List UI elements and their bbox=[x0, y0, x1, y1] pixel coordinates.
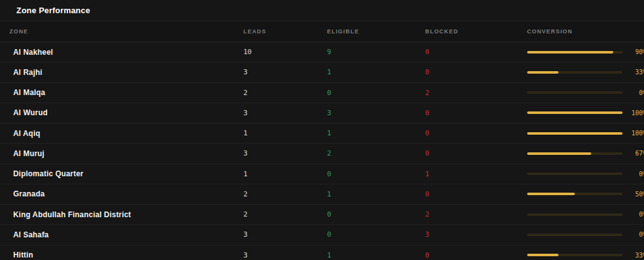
eligible-value: 9 bbox=[327, 48, 425, 56]
eligible-value: 3 bbox=[327, 109, 425, 117]
blocked-value: 2 bbox=[425, 210, 527, 218]
conversion-bar-track bbox=[527, 91, 623, 94]
blocked-value: 0 bbox=[425, 251, 527, 259]
table-row: Al Rajhi 3 1 0 33% bbox=[0, 62, 644, 82]
conversion-percent-label: 33% bbox=[626, 252, 644, 259]
conversion-cell: 100% bbox=[527, 110, 644, 116]
leads-value: 3 bbox=[243, 251, 327, 259]
conversion-bar-track bbox=[527, 51, 623, 54]
leads-value: 2 bbox=[243, 190, 327, 198]
conversion-percent-label: 100% bbox=[626, 110, 644, 116]
conversion-percent-label: 0% bbox=[626, 171, 644, 178]
table-row: Granada 2 1 0 50% bbox=[0, 184, 644, 205]
blocked-value: 2 bbox=[425, 89, 527, 97]
conversion-cell: 0% bbox=[527, 89, 644, 96]
blocked-value: 0 bbox=[425, 129, 527, 137]
conversion-cell: 67% bbox=[527, 150, 644, 157]
conversion-bar-track bbox=[527, 193, 623, 195]
blocked-value: 0 bbox=[425, 68, 527, 76]
conversion-percent-label: 67% bbox=[626, 150, 644, 157]
zone-name: Al Nakheel bbox=[0, 48, 243, 57]
table-row: Al Sahafa 3 0 3 0% bbox=[0, 225, 644, 245]
table-row: Hittin 3 1 0 33% bbox=[0, 246, 644, 260]
eligible-value: 0 bbox=[327, 89, 425, 97]
conversion-bar-fill bbox=[527, 152, 591, 155]
column-header-eligible: ELIGIBLE bbox=[327, 28, 425, 35]
conversion-bar-track bbox=[527, 132, 623, 135]
card-title: Zone Performance bbox=[0, 0, 644, 21]
blocked-value: 0 bbox=[425, 109, 527, 117]
zone-name: Al Malqa bbox=[0, 88, 243, 97]
zone-performance-card: Zone Performance ZONE LEADS ELIGIBLE BLO… bbox=[0, 0, 644, 260]
blocked-value: 0 bbox=[425, 48, 527, 56]
conversion-bar-track bbox=[527, 71, 623, 74]
conversion-bar-fill bbox=[527, 132, 623, 135]
blocked-value: 0 bbox=[425, 190, 527, 198]
leads-value: 3 bbox=[243, 68, 327, 76]
conversion-bar-fill bbox=[527, 111, 623, 114]
conversion-cell: 33% bbox=[527, 252, 644, 259]
conversion-percent-label: 50% bbox=[626, 191, 644, 198]
conversion-percent-label: 0% bbox=[626, 211, 644, 218]
eligible-value: 0 bbox=[327, 170, 425, 178]
table-row: Al Wurud 3 3 0 100% bbox=[0, 103, 644, 123]
conversion-bar-fill bbox=[527, 51, 613, 54]
conversion-bar-fill bbox=[527, 193, 575, 195]
conversion-cell: 0% bbox=[527, 231, 644, 238]
zone-name: Diplomatic Quarter bbox=[0, 169, 243, 178]
leads-value: 1 bbox=[243, 170, 327, 178]
eligible-value: 0 bbox=[327, 230, 425, 239]
table-header-row: ZONE LEADS ELIGIBLE BLOCKED CONVERSION bbox=[0, 21, 644, 42]
leads-value: 2 bbox=[243, 89, 327, 97]
leads-value: 10 bbox=[243, 48, 327, 56]
conversion-percent-label: 0% bbox=[626, 231, 644, 238]
column-header-conversion: CONVERSION bbox=[527, 28, 644, 35]
leads-value: 3 bbox=[243, 230, 327, 239]
table-body: Al Nakheel 10 9 0 90% Al Rajhi 3 1 0 33%… bbox=[0, 42, 644, 260]
conversion-cell: 33% bbox=[527, 69, 644, 76]
zone-name: Al Aqiq bbox=[0, 129, 243, 138]
conversion-bar-track bbox=[527, 111, 623, 114]
eligible-value: 1 bbox=[327, 251, 425, 259]
conversion-bar-track bbox=[527, 213, 623, 216]
conversion-cell: 50% bbox=[527, 191, 644, 198]
table-row: Al Muruj 3 2 0 67% bbox=[0, 144, 644, 164]
table-row: Al Aqiq 1 1 0 100% bbox=[0, 123, 644, 144]
conversion-bar-fill bbox=[527, 71, 558, 74]
leads-value: 2 bbox=[243, 210, 327, 218]
table-row: Diplomatic Quarter 1 0 1 0% bbox=[0, 164, 644, 184]
conversion-bar-fill bbox=[527, 254, 558, 256]
column-header-zone: ZONE bbox=[0, 28, 243, 35]
table-row: Al Nakheel 10 9 0 90% bbox=[0, 42, 644, 62]
zone-name: Al Muruj bbox=[0, 149, 243, 158]
eligible-value: 1 bbox=[327, 190, 425, 198]
blocked-value: 1 bbox=[425, 170, 527, 178]
conversion-cell: 100% bbox=[527, 130, 644, 137]
conversion-bar-track bbox=[527, 254, 623, 256]
eligible-value: 0 bbox=[327, 210, 425, 218]
table-row: Al Malqa 2 0 2 0% bbox=[0, 83, 644, 103]
conversion-bar-track bbox=[527, 152, 623, 155]
zone-name: King Abdullah Financial District bbox=[0, 210, 243, 219]
leads-value: 3 bbox=[243, 109, 327, 117]
conversion-bar-track bbox=[527, 172, 623, 175]
eligible-value: 2 bbox=[327, 149, 425, 157]
zone-name: Al Rajhi bbox=[0, 68, 243, 77]
column-header-leads: LEADS bbox=[243, 28, 327, 35]
zone-name: Granada bbox=[0, 189, 243, 198]
table-row: King Abdullah Financial District 2 0 2 0… bbox=[0, 205, 644, 225]
zone-name: Al Sahafa bbox=[0, 230, 243, 239]
conversion-bar-track bbox=[527, 234, 623, 236]
blocked-value: 3 bbox=[425, 230, 527, 239]
zone-name: Hittin bbox=[0, 251, 243, 259]
conversion-cell: 0% bbox=[527, 171, 644, 178]
column-header-blocked: BLOCKED bbox=[425, 28, 527, 35]
leads-value: 1 bbox=[243, 129, 327, 137]
conversion-percent-label: 33% bbox=[626, 69, 644, 76]
conversion-percent-label: 90% bbox=[626, 48, 644, 55]
zone-name: Al Wurud bbox=[0, 108, 243, 117]
eligible-value: 1 bbox=[327, 129, 425, 137]
blocked-value: 0 bbox=[425, 149, 527, 157]
conversion-cell: 90% bbox=[527, 48, 644, 55]
conversion-percent-label: 100% bbox=[626, 130, 644, 137]
